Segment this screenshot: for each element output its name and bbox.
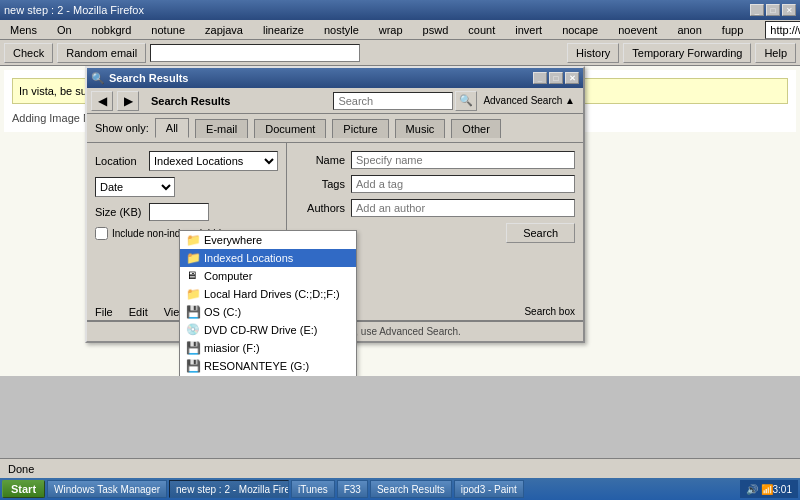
- random-email-button[interactable]: Random email: [57, 43, 146, 63]
- menu-anon[interactable]: anon: [671, 22, 707, 38]
- name-input[interactable]: [351, 151, 575, 169]
- browser-toolbar: Check Random email History Temporary For…: [0, 40, 800, 66]
- search-window-controls: _ □ ✕: [533, 72, 579, 84]
- browser-restore-button[interactable]: □: [766, 4, 780, 16]
- tags-input[interactable]: [351, 175, 575, 193]
- menu-linearize[interactable]: linearize: [257, 22, 310, 38]
- drive-c-icon: 💾: [186, 305, 200, 319]
- dropdown-choose-locations[interactable]: Choose search locations...: [180, 375, 356, 376]
- tab-document[interactable]: Document: [254, 119, 326, 138]
- name-label: Name: [295, 154, 345, 166]
- menu-count[interactable]: count: [462, 22, 501, 38]
- history-button[interactable]: History: [567, 43, 619, 63]
- show-only-row: Show only: All E-mail Document Picture M…: [87, 114, 583, 143]
- help-button[interactable]: Help: [755, 43, 796, 63]
- statusbar: Done: [0, 458, 800, 478]
- search-box: 🔍 Advanced Search ▲: [333, 91, 579, 111]
- search-close-button[interactable]: ✕: [565, 72, 579, 84]
- computer-icon: 🖥: [186, 269, 200, 283]
- dropdown-local-drives[interactable]: 📁 Local Hard Drives (C:;D:;F:): [180, 285, 356, 303]
- size-label: Size (KB): [95, 206, 145, 218]
- location-dropdown: 📁 Everywhere 📁 Indexed Locations 🖥 Compu…: [179, 230, 357, 376]
- browser-titlebar: new step : 2 - Mozilla Firefox _ □ ✕: [0, 0, 800, 20]
- menu-mens[interactable]: Mens: [4, 22, 43, 38]
- folder-icon-local: 📁: [186, 287, 200, 301]
- tab-email[interactable]: E-mail: [195, 119, 248, 138]
- dropdown-g[interactable]: 💾 RESONANTEYE (G:): [180, 357, 356, 375]
- advanced-search-link[interactable]: Advanced Search ▲: [479, 95, 579, 106]
- menu-nocape[interactable]: nocape: [556, 22, 604, 38]
- menu-fupp[interactable]: fupp: [716, 22, 749, 38]
- date-row: Date: [95, 177, 278, 197]
- browser-minimize-button[interactable]: _: [750, 4, 764, 16]
- taskbar-f33[interactable]: F33: [337, 480, 368, 498]
- menu-invert[interactable]: invert: [509, 22, 548, 38]
- dropdown-indexed[interactable]: 📁 Indexed Locations: [180, 249, 356, 267]
- size-row: Size (KB): [95, 203, 278, 221]
- search-restore-button[interactable]: □: [549, 72, 563, 84]
- dropdown-f[interactable]: 💾 miasior (F:): [180, 339, 356, 357]
- systray-icons: 🔊 📶: [746, 484, 773, 495]
- taskbar-systray: 🔊 📶 3:01: [740, 480, 798, 498]
- folder-icon: 📁: [186, 233, 200, 247]
- dropdown-computer[interactable]: 🖥 Computer: [180, 267, 356, 285]
- menu-nostyle[interactable]: nostyle: [318, 22, 365, 38]
- date-select[interactable]: Date: [95, 177, 175, 197]
- drive-g-icon: 💾: [186, 359, 200, 373]
- show-only-label: Show only:: [95, 122, 149, 134]
- back-button[interactable]: ◀: [91, 91, 113, 111]
- browser-window-controls: _ □ ✕: [750, 4, 796, 16]
- location-select[interactable]: Indexed Locations: [149, 151, 278, 171]
- systray-time: 3:01: [773, 484, 792, 495]
- taskbar-task-manager[interactable]: Windows Task Manager: [47, 480, 167, 498]
- menu-pswd[interactable]: pswd: [417, 22, 455, 38]
- tab-other[interactable]: Other: [451, 119, 501, 138]
- taskbar-itunes[interactable]: iTunes: [291, 480, 335, 498]
- name-row: Name: [295, 151, 575, 169]
- menu-nobkgrd[interactable]: nobkgrd: [86, 22, 138, 38]
- sw-menu-edit[interactable]: Edit: [125, 305, 152, 319]
- tab-all[interactable]: All: [155, 118, 189, 138]
- search-window-toolbar-title: Search Results: [151, 95, 329, 107]
- search-go-button[interactable]: 🔍: [455, 91, 477, 111]
- taskbar-search-results[interactable]: Search Results: [370, 480, 452, 498]
- dropdown-dvd[interactable]: 💿 DVD CD-RW Drive (E:): [180, 321, 356, 339]
- temp-forwarding-button[interactable]: Temporary Forwarding: [623, 43, 751, 63]
- check-button[interactable]: Check: [4, 43, 53, 63]
- forward-button[interactable]: ▶: [117, 91, 139, 111]
- menu-wrap[interactable]: wrap: [373, 22, 409, 38]
- dropdown-c[interactable]: 💾 OS (C:): [180, 303, 356, 321]
- search-window-titlebar: 🔍 Search Results _ □ ✕: [87, 68, 583, 88]
- location-row: Location Indexed Locations: [95, 151, 278, 171]
- taskbar-paint[interactable]: ipod3 - Paint: [454, 480, 524, 498]
- drive-f-icon: 💾: [186, 341, 200, 355]
- menu-noevent[interactable]: noevent: [612, 22, 663, 38]
- search-results-window: 🔍 Search Results _ □ ✕ ◀ ▶ Search Result…: [85, 66, 585, 343]
- search-minimize-button[interactable]: _: [533, 72, 547, 84]
- taskbar-firefox[interactable]: new step : 2 - Mozilla Fire...: [169, 480, 289, 498]
- search-toolbar: ◀ ▶ Search Results 🔍 Advanced Search ▲: [87, 88, 583, 114]
- search-box-label: Search box: [520, 304, 579, 319]
- start-button[interactable]: Start: [2, 480, 45, 498]
- toolbar-search-input[interactable]: [150, 44, 360, 62]
- tab-music[interactable]: Music: [395, 119, 446, 138]
- taskbar: Start Windows Task Manager new step : 2 …: [0, 478, 800, 500]
- menu-zapjava[interactable]: zapjava: [199, 22, 249, 38]
- location-label: Location: [95, 155, 145, 167]
- folder-icon-indexed: 📁: [186, 251, 200, 265]
- search-button[interactable]: Search: [506, 223, 575, 243]
- browser-close-button[interactable]: ✕: [782, 4, 796, 16]
- address-bar-far[interactable]: [765, 21, 800, 39]
- authors-input[interactable]: [351, 199, 575, 217]
- sw-menu-file[interactable]: File: [91, 305, 117, 319]
- disc-icon: 💿: [186, 323, 200, 337]
- menu-notune[interactable]: notune: [145, 22, 191, 38]
- size-input[interactable]: [149, 203, 209, 221]
- dropdown-everywhere[interactable]: 📁 Everywhere: [180, 231, 356, 249]
- tab-picture[interactable]: Picture: [332, 119, 388, 138]
- statusbar-text: Done: [8, 463, 34, 475]
- menu-on[interactable]: On: [51, 22, 78, 38]
- search-input[interactable]: [333, 92, 453, 110]
- search-window-title: Search Results: [109, 72, 533, 84]
- include-nonindexed-checkbox[interactable]: [95, 227, 108, 240]
